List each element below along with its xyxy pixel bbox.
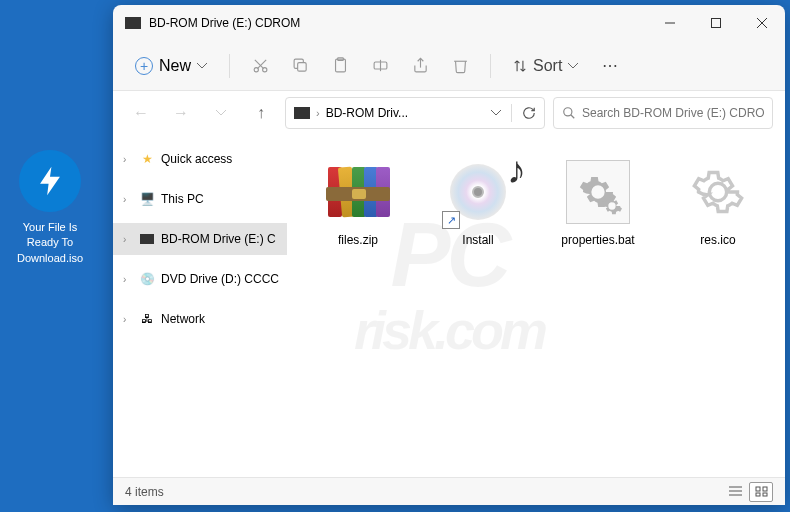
sidebar-item-label: DVD Drive (D:) CCCC	[161, 272, 279, 286]
drive-icon	[139, 231, 155, 247]
plus-icon: +	[135, 57, 153, 75]
svg-rect-22	[763, 493, 767, 496]
refresh-button[interactable]	[522, 106, 536, 120]
svg-point-14	[564, 108, 572, 116]
delete-button[interactable]	[442, 48, 478, 84]
paste-button[interactable]	[322, 48, 358, 84]
address-bar[interactable]: › BD-ROM Driv...	[285, 97, 545, 129]
desktop-file[interactable]: Your File Is Ready To Download.iso	[10, 150, 90, 266]
share-button[interactable]	[402, 48, 438, 84]
sort-button[interactable]: Sort	[503, 51, 588, 81]
file-name: Install	[425, 233, 531, 247]
navigation-pane: › ★ Quick access › 🖥️ This PC › BD-ROM D…	[113, 135, 287, 477]
item-count: 4 items	[125, 485, 164, 499]
sidebar-item-dvd-drive[interactable]: › 💿 DVD Drive (D:) CCCC	[113, 263, 287, 295]
svg-line-15	[571, 115, 575, 119]
close-button[interactable]	[739, 5, 785, 41]
file-list[interactable]: files.zip ♪ ↗ Install properties.bat	[287, 135, 789, 477]
cut-button[interactable]	[242, 48, 278, 84]
new-label: New	[159, 57, 191, 75]
file-item-zip[interactable]: files.zip	[303, 151, 413, 253]
titlebar[interactable]: BD-ROM Drive (E:) CDROM	[113, 5, 785, 41]
window-title: BD-ROM Drive (E:) CDROM	[149, 16, 647, 30]
lightning-icon	[19, 150, 81, 212]
svg-rect-19	[756, 487, 760, 491]
desktop-file-label: Your File Is Ready To Download.iso	[10, 220, 90, 266]
file-item-ico[interactable]: res.ico	[663, 151, 773, 253]
chevron-right-icon[interactable]: ›	[123, 234, 133, 245]
sidebar-item-this-pc[interactable]: › 🖥️ This PC	[113, 183, 287, 215]
svg-rect-1	[712, 19, 721, 28]
svg-rect-21	[756, 493, 760, 496]
star-icon: ★	[139, 151, 155, 167]
sidebar-item-label: Network	[161, 312, 205, 326]
sidebar-item-bdrom-drive[interactable]: › BD-ROM Drive (E:) C	[113, 223, 287, 255]
file-name: properties.bat	[545, 233, 651, 247]
chevron-down-icon[interactable]	[491, 110, 501, 116]
disc-shortcut-icon: ♪ ↗	[438, 157, 518, 227]
recent-dropdown[interactable]	[205, 97, 237, 129]
chevron-right-icon[interactable]: ›	[123, 314, 133, 325]
search-input[interactable]	[582, 106, 764, 120]
zip-icon	[318, 157, 398, 227]
sidebar-item-quick-access[interactable]: › ★ Quick access	[113, 143, 287, 175]
pc-icon: 🖥️	[139, 191, 155, 207]
search-bar[interactable]	[553, 97, 773, 129]
drive-icon	[294, 107, 310, 119]
minimize-button[interactable]	[647, 5, 693, 41]
navigation-bar: ← → ↑ › BD-ROM Driv...	[113, 91, 785, 135]
back-button[interactable]: ←	[125, 97, 157, 129]
address-text: BD-ROM Driv...	[326, 106, 485, 120]
network-icon: 🖧	[139, 311, 155, 327]
maximize-button[interactable]	[693, 5, 739, 41]
chevron-right-icon[interactable]: ›	[123, 274, 133, 285]
file-explorer-window: PC risk.com BD-ROM Drive (E:) CDROM + Ne…	[113, 5, 785, 505]
file-item-bat[interactable]: properties.bat	[543, 151, 653, 253]
new-button[interactable]: + New	[125, 51, 217, 81]
toolbar: + New Sort ⋯	[113, 41, 785, 91]
copy-button[interactable]	[282, 48, 318, 84]
svg-rect-20	[763, 487, 767, 491]
sort-icon	[513, 59, 527, 73]
chevron-right-icon[interactable]: ›	[123, 194, 133, 205]
drive-icon	[125, 17, 141, 29]
details-view-button[interactable]	[723, 482, 747, 502]
file-item-install[interactable]: ♪ ↗ Install	[423, 151, 533, 253]
svg-rect-8	[297, 63, 306, 71]
sort-label: Sort	[533, 57, 562, 75]
sidebar-item-network[interactable]: › 🖧 Network	[113, 303, 287, 335]
up-button[interactable]: ↑	[245, 97, 277, 129]
bat-icon	[558, 157, 638, 227]
rename-button[interactable]	[362, 48, 398, 84]
sidebar-item-label: This PC	[161, 192, 204, 206]
status-bar: 4 items	[113, 477, 785, 505]
chevron-right-icon[interactable]: ›	[123, 154, 133, 165]
search-icon	[562, 106, 576, 120]
sidebar-item-label: Quick access	[161, 152, 232, 166]
more-button[interactable]: ⋯	[592, 48, 628, 84]
sidebar-item-label: BD-ROM Drive (E:) C	[161, 232, 276, 246]
disc-icon: 💿	[139, 271, 155, 287]
file-name: res.ico	[665, 233, 771, 247]
ico-icon	[678, 157, 758, 227]
chevron-down-icon	[568, 63, 578, 69]
chevron-right-icon: ›	[316, 107, 320, 119]
file-name: files.zip	[305, 233, 411, 247]
chevron-down-icon	[197, 63, 207, 69]
forward-button[interactable]: →	[165, 97, 197, 129]
icons-view-button[interactable]	[749, 482, 773, 502]
